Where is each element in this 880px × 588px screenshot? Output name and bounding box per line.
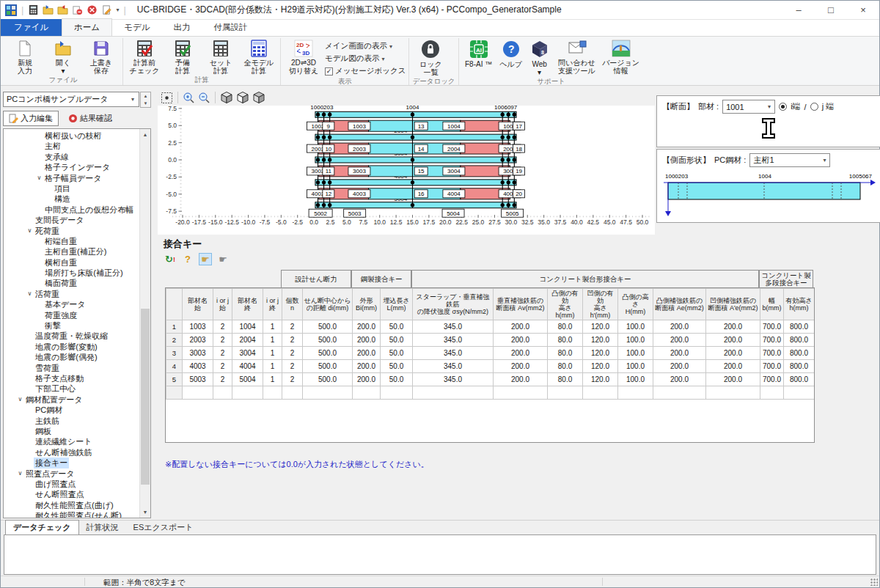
minimize-button[interactable]: – xyxy=(782,1,815,20)
table-cell[interactable]: 1 xyxy=(263,320,282,334)
table-cell[interactable]: 2 xyxy=(213,373,232,386)
table-cell[interactable]: 800.0 xyxy=(784,347,815,360)
table-cell[interactable]: 700.0 xyxy=(760,347,784,360)
table-cell[interactable]: 3003 xyxy=(183,347,213,360)
table-cell[interactable]: 120.0 xyxy=(583,347,618,360)
close-button[interactable]: × xyxy=(847,1,879,20)
table-cell[interactable]: 2 xyxy=(213,347,232,360)
message-output-box[interactable] xyxy=(4,534,876,575)
tab-file[interactable]: ファイル xyxy=(1,19,62,36)
tree-item[interactable]: 桁端自重 xyxy=(4,236,139,246)
table-cell[interactable]: 200.0 xyxy=(706,320,760,334)
fit-view-icon[interactable] xyxy=(161,92,173,104)
tree-item[interactable]: 曲げ照査点 xyxy=(4,479,139,489)
i-end-radio[interactable] xyxy=(779,103,787,111)
calculator-icon[interactable] xyxy=(28,4,39,15)
tree-expand-icon[interactable]: ∨ xyxy=(26,289,34,299)
save-button[interactable]: 上書き 保存 xyxy=(83,38,120,75)
tree-item[interactable]: 支間長データ xyxy=(4,215,139,225)
refresh-icon[interactable]: ↻! xyxy=(164,253,177,265)
table-cell[interactable]: 200.0 xyxy=(494,334,548,347)
block-red-icon[interactable] xyxy=(72,4,83,15)
tab-output[interactable]: 出力 xyxy=(161,19,202,36)
tree-item[interactable]: 支承線 xyxy=(4,152,139,162)
table-cell[interactable] xyxy=(413,386,494,400)
row-header[interactable]: 2 xyxy=(166,334,183,347)
table-cell[interactable]: 2004 xyxy=(232,334,263,347)
table-cell[interactable] xyxy=(303,386,353,400)
table-cell[interactable]: 700.0 xyxy=(760,360,784,373)
member-select[interactable]: 1001▾ xyxy=(722,100,775,114)
table-cell[interactable] xyxy=(232,386,263,400)
cube-face-icon[interactable] xyxy=(236,91,249,104)
table-cell[interactable]: 100.0 xyxy=(618,347,653,360)
tree-item[interactable]: 格子ラインデータ xyxy=(4,162,139,172)
table-cell[interactable]: 2 xyxy=(282,373,303,386)
table-cell[interactable]: 80.0 xyxy=(548,360,583,373)
all-model-calc-button[interactable]: 全モデル 計算 xyxy=(241,38,277,75)
tree-expand-icon[interactable]: ∨ xyxy=(26,226,34,236)
pointer-edit-icon[interactable]: ☛ xyxy=(216,253,230,265)
table-cell[interactable]: 2 xyxy=(282,320,303,334)
tab-model[interactable]: モデル xyxy=(112,19,161,36)
table-cell[interactable]: 200.0 xyxy=(706,373,760,386)
tree-item[interactable]: 中間支点上の仮想分布幅 xyxy=(4,205,139,215)
table-cell[interactable]: 200.0 xyxy=(706,347,760,360)
table-cell[interactable]: 200.0 xyxy=(706,360,760,373)
table-cell[interactable]: 345.0 xyxy=(413,373,494,386)
table-cell[interactable] xyxy=(166,386,183,400)
scrollbar-thumb[interactable] xyxy=(141,309,150,485)
lock-list-button[interactable]: ロック 一覧 xyxy=(412,38,449,76)
tree-item[interactable]: 接合キー xyxy=(4,457,139,468)
table-cell[interactable]: 120.0 xyxy=(583,373,618,386)
set-calc-button[interactable]: セット 計算 xyxy=(202,38,239,75)
tree-item[interactable]: ∨照査点データ xyxy=(4,468,139,479)
table-cell[interactable] xyxy=(263,386,282,400)
table-cell[interactable]: 345.0 xyxy=(413,360,494,373)
web-button[interactable]: 8 Web ▾ xyxy=(527,38,553,76)
help-icon[interactable]: ? xyxy=(181,253,194,265)
table-cell[interactable]: 100.0 xyxy=(618,320,653,334)
tree-expand-icon[interactable]: ∨ xyxy=(16,468,24,479)
pointer-icon[interactable]: ☛ xyxy=(199,253,212,265)
toggle-2d3d-button[interactable]: 2D3D 2D⇌3D 切り替え xyxy=(284,38,323,75)
tree-item[interactable]: 荷重強度 xyxy=(4,310,139,320)
cube-top-icon[interactable] xyxy=(252,91,265,104)
f8-ai-button[interactable]: AI F8-AI ™ xyxy=(462,38,496,68)
table-cell[interactable] xyxy=(183,386,213,400)
table-cell[interactable]: 500.0 xyxy=(303,347,353,360)
tree-item[interactable]: 横桁扱いの枝桁 xyxy=(4,131,139,141)
table-cell[interactable]: 50.0 xyxy=(381,360,413,373)
tree-expand-icon[interactable]: ∨ xyxy=(35,173,43,183)
row-header[interactable]: 1 xyxy=(166,320,183,334)
table-cell[interactable] xyxy=(760,386,784,400)
table-cell[interactable]: 800.0 xyxy=(784,334,815,347)
table-cell[interactable]: 2 xyxy=(213,320,232,334)
table-cell[interactable]: 700.0 xyxy=(760,320,784,334)
tree-item[interactable]: 地震の影響(偶発) xyxy=(4,352,139,362)
table-cell[interactable]: 2 xyxy=(282,334,303,347)
table-cell[interactable]: 2 xyxy=(282,347,303,360)
tree-item[interactable]: 主桁自重(補正分) xyxy=(4,246,139,257)
tree-item[interactable]: 横桁自重 xyxy=(4,257,139,268)
table-cell[interactable]: 700.0 xyxy=(760,334,784,347)
table-cell[interactable] xyxy=(548,386,583,400)
table-cell[interactable]: 200.0 xyxy=(494,373,548,386)
tab-es-export[interactable]: ESエクスポート xyxy=(126,521,201,534)
tree-scrollbar[interactable]: ▲ ▼ xyxy=(139,129,150,518)
row-header[interactable]: 5 xyxy=(166,373,183,386)
main-view-menu[interactable]: メイン画面の表示▾ xyxy=(325,41,406,51)
j-end-radio[interactable] xyxy=(810,103,818,111)
tab-data-check[interactable]: データチェック xyxy=(5,520,79,534)
table-cell[interactable]: 200.0 xyxy=(353,347,381,360)
table-cell[interactable]: 80.0 xyxy=(548,320,583,334)
table-cell[interactable] xyxy=(282,386,303,400)
tree-item[interactable]: 場所打ち床版(補正分) xyxy=(4,268,139,278)
tree-item[interactable]: ∨格子幅員データ xyxy=(4,173,139,183)
table-cell[interactable] xyxy=(706,386,760,400)
result-check-button[interactable]: 結果確認 xyxy=(63,111,117,125)
table-cell[interactable]: 100.0 xyxy=(618,334,653,347)
table-cell[interactable]: 5003 xyxy=(183,373,213,386)
table-cell[interactable]: 345.0 xyxy=(413,334,494,347)
tree-item[interactable]: 下部工中心 xyxy=(4,383,139,394)
